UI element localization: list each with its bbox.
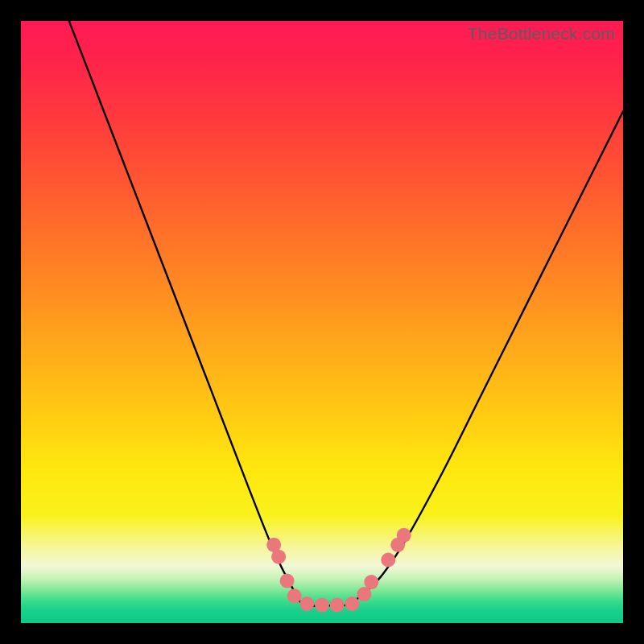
marker-valley-2 (315, 598, 329, 613)
curve-layer (69, 21, 623, 606)
outer-frame: TheBottleneck.com (0, 0, 644, 644)
marker-valley-1 (299, 597, 314, 611)
marker-left-cap-top (280, 574, 295, 588)
marker-left-dot-2 (271, 550, 286, 564)
marker-left-cap-bot (287, 588, 302, 603)
bottleneck-curve-svg (21, 21, 623, 623)
marker-right-dot-2 (397, 528, 411, 543)
plot-area: TheBottleneck.com (21, 21, 623, 623)
bottleneck-curve (69, 21, 623, 606)
marker-valley-3 (330, 598, 345, 613)
marker-valley-4 (345, 597, 359, 611)
marker-right-cap-bot (357, 587, 371, 601)
marker-right-gap-dot (381, 553, 395, 568)
marker-right-cap-top (364, 575, 378, 589)
marker-layer (266, 528, 411, 613)
